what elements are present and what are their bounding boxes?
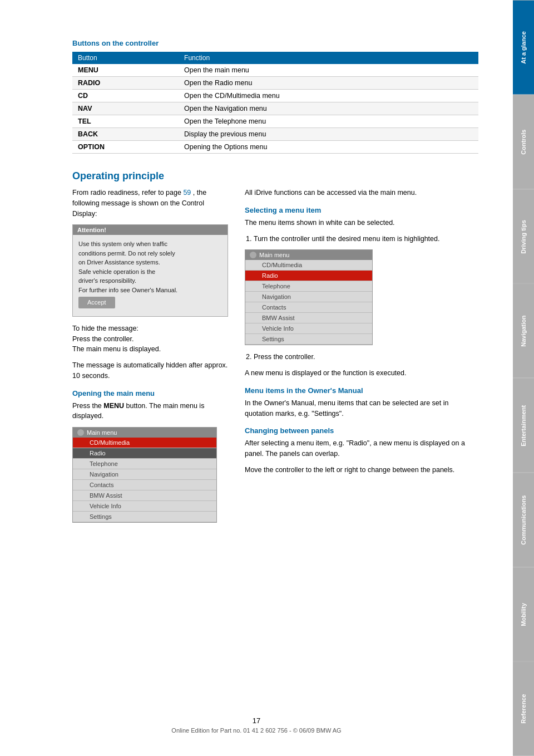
attention-box: Attention! Use this system only when tra… [72, 224, 228, 317]
attention-body: Use this system only when trafficconditi… [73, 235, 228, 316]
buttons-table: Button Function MENUOpen the main menuRA… [72, 52, 478, 154]
menu-item: CD/Multimedia [245, 260, 372, 271]
page-footer: 17 Online Edition for Part no. 01 41 2 6… [0, 716, 513, 734]
menu-item: Telephone [73, 459, 216, 469]
right-column: All iDrive functions can be accessed via… [245, 188, 478, 529]
open-main-menu-text: Press the MENU button. The main menu is … [72, 401, 228, 422]
step-2: Press the controller. [254, 352, 478, 362]
menu-item: Settings [245, 334, 372, 345]
menu-item: BMW Assist [245, 313, 372, 323]
accept-button[interactable]: Accept [78, 297, 115, 308]
sidebar-item-driving-tips[interactable]: Driving tips [513, 189, 534, 284]
auto-hide-text: The message is automatically hidden afte… [72, 360, 228, 381]
page-container: Buttons on the controller Button Functio… [0, 0, 534, 756]
owners-manual-text: In the Owner's Manual, menu items that c… [245, 398, 478, 419]
menu-item: BMW Assist [73, 490, 216, 501]
steps-list-2: Press the controller. [245, 352, 478, 362]
menu-item: Vehicle Info [73, 501, 216, 512]
sidebar-item-communications[interactable]: Communications [513, 473, 534, 567]
col-function: Function [179, 52, 478, 64]
step-1: Turn the controller until the desired me… [254, 234, 478, 244]
changing-panels-text-2: Move the controller to the left or right… [245, 465, 478, 475]
sidebar-item-mobility[interactable]: Mobility [513, 567, 534, 662]
menu-item: CD/Multimedia [73, 438, 216, 448]
attention-header: Attention! [73, 225, 228, 235]
menu-item: Settings [73, 512, 216, 522]
table-row: TELOpen the Telephone menu [72, 115, 478, 128]
menu-title-icon [77, 429, 84, 436]
owners-manual-heading: Menu items in the Owner's Manual [245, 386, 478, 395]
table-row: MENUOpen the main menu [72, 64, 478, 77]
open-main-menu-heading: Opening the main menu [72, 389, 228, 397]
left-column: From radio readiness, refer to page 59 ,… [72, 188, 228, 529]
footer-text: Online Edition for Part no. 01 41 2 602 … [0, 727, 513, 734]
menu-title-icon-2 [250, 252, 256, 258]
changing-panels-heading: Changing between panels [245, 426, 478, 435]
table-row: CDOpen the CD/Multimedia menu [72, 90, 478, 102]
menu-items-list-2: CD/MultimediaRadioTelephoneNavigationCon… [245, 260, 372, 345]
selecting-heading: Selecting a menu item [245, 206, 478, 214]
col-button: Button [72, 52, 179, 64]
sidebar-item-controls[interactable]: Controls [513, 95, 534, 189]
steps-list: Turn the controller until the desired me… [245, 234, 478, 244]
menu-item: Telephone [245, 281, 372, 292]
menu-item: Radio [245, 271, 372, 281]
menu-screenshot-2: Main menu CD/MultimediaRadioTelephoneNav… [245, 249, 373, 345]
new-menu-text: A new menu is displayed or the function … [245, 368, 478, 379]
menu-item: Radio [73, 448, 216, 459]
menu-title-bar-1: Main menu [73, 428, 216, 438]
menu-items-list-1: CD/MultimediaRadioTelephoneNavigationCon… [73, 438, 216, 522]
table-row: OPTIONOpening the Options menu [72, 141, 478, 154]
buttons-section-heading: Buttons on the controller [72, 39, 478, 47]
sidebar-item-reference[interactable]: Reference [513, 661, 534, 756]
menu-item: Contacts [73, 480, 216, 490]
table-row: BACKDisplay the previous menu [72, 128, 478, 141]
menu-title-bar-2: Main menu [245, 250, 372, 260]
menu-screenshot-1: Main menu CD/MultimediaRadioTelephoneNav… [72, 427, 217, 523]
operating-section: Operating principle From radio readiness… [72, 170, 478, 529]
menu-item: Vehicle Info [245, 323, 372, 334]
table-row: RADIOOpen the Radio menu [72, 77, 478, 90]
sidebar-tabs: At a glance Controls Driving tips Naviga… [513, 0, 534, 756]
changing-panels-text-1: After selecting a menu item, e.g. "Radio… [245, 438, 478, 459]
page-number: 17 [0, 716, 513, 725]
menu-item: Navigation [73, 469, 216, 480]
all-idrive-text: All iDrive functions can be accessed via… [245, 188, 478, 198]
selecting-text: The menu items shown in white can be sel… [245, 218, 478, 228]
two-col-layout: From radio readiness, refer to page 59 ,… [72, 188, 478, 529]
intro-text: From radio readiness, refer to page 59 ,… [72, 188, 228, 219]
menu-item: Contacts [245, 302, 372, 313]
sidebar-item-at-a-glance[interactable]: At a glance [513, 0, 534, 95]
sidebar-item-entertainment[interactable]: Entertainment [513, 378, 534, 473]
table-header-row: Button Function [72, 52, 478, 64]
operating-title: Operating principle [72, 170, 478, 182]
page-59-link[interactable]: 59 [183, 189, 191, 197]
sidebar-item-navigation[interactable]: Navigation [513, 283, 534, 378]
main-content: Buttons on the controller Button Functio… [0, 0, 501, 756]
hide-message-text: To hide the message: Press the controlle… [72, 323, 228, 355]
buttons-section: Buttons on the controller Button Functio… [72, 39, 478, 154]
table-row: NAVOpen the Navigation menu [72, 102, 478, 115]
menu-item: Navigation [245, 292, 372, 302]
